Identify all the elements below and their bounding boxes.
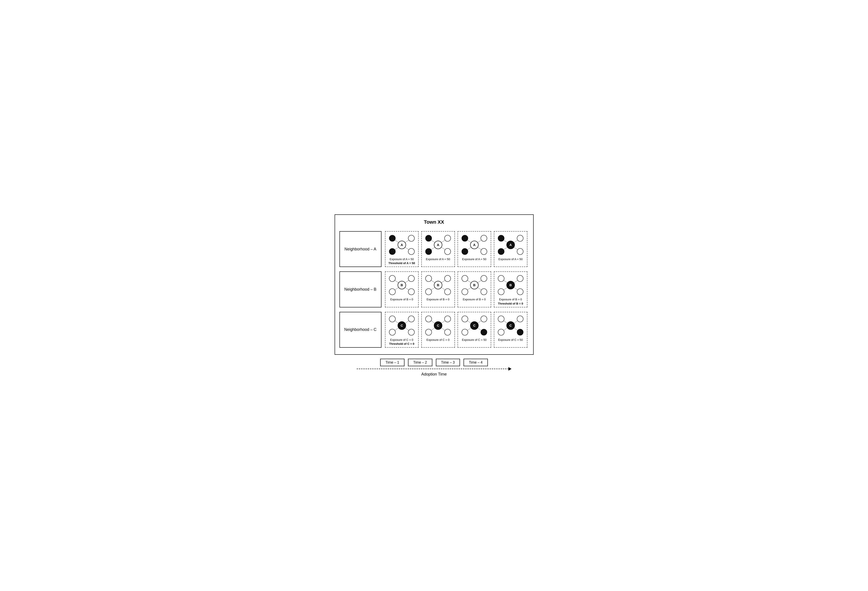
row-label-C: Neighborhood – C <box>340 312 381 348</box>
svg-text:C: C <box>400 324 403 327</box>
caption-C-3: Exposure of C = 50 <box>462 338 487 342</box>
svg-point-36 <box>517 235 523 241</box>
svg-point-54 <box>425 276 432 281</box>
svg-point-107 <box>481 329 487 335</box>
cell-C-1: CExposure of C = 0Threshold of C = 0 <box>385 312 419 348</box>
svg-text:C: C <box>509 324 512 327</box>
svg-point-76 <box>517 276 523 281</box>
caption-A-4: Exposure of A = 50 <box>499 257 523 261</box>
svg-point-85 <box>389 329 396 335</box>
svg-point-55 <box>425 289 432 295</box>
svg-text:A: A <box>400 243 403 247</box>
svg-point-86 <box>408 316 415 322</box>
svg-text:B: B <box>400 283 403 287</box>
network-C-3: C <box>460 314 489 337</box>
network-B-1: B <box>387 274 416 296</box>
time-box-2: Time – 2 <box>408 359 433 366</box>
svg-point-97 <box>444 329 451 335</box>
cell-B-4: BExposure of B = 0Threshold of B = 0 <box>494 271 527 307</box>
time-box-3: Time – 3 <box>436 359 460 366</box>
network-A-1: A <box>387 234 416 256</box>
svg-text:B: B <box>509 283 512 287</box>
row-label-B: Neighborhood – B <box>340 271 381 307</box>
caption-B-2: Exposure of B = 0 <box>427 298 450 301</box>
network-B-2: B <box>424 274 452 296</box>
svg-text:C: C <box>473 324 475 327</box>
caption-B-4: Exposure of B = 0Threshold of B = 0 <box>498 298 523 305</box>
svg-text:A: A <box>473 243 475 247</box>
svg-point-26 <box>481 235 487 241</box>
svg-point-94 <box>425 316 432 322</box>
svg-text:B: B <box>437 283 439 287</box>
network-C-2: C <box>424 314 452 337</box>
svg-point-96 <box>444 316 451 322</box>
time-axis: Time – 1Time – 2Time – 3Time – 4 Adoptio… <box>335 359 534 377</box>
caption-A-2: Exposure of A = 50 <box>426 257 450 261</box>
svg-point-57 <box>444 289 451 295</box>
network-B-3: B <box>460 274 489 296</box>
main-content: Town XX Neighborhood – AAExposure of A =… <box>335 214 534 355</box>
svg-text:A: A <box>509 243 512 247</box>
svg-point-56 <box>444 276 451 281</box>
network-A-3: A <box>460 234 489 256</box>
svg-point-44 <box>389 276 396 281</box>
dashed-line <box>357 368 509 369</box>
svg-point-24 <box>462 235 468 241</box>
svg-point-35 <box>498 248 504 255</box>
svg-point-17 <box>444 248 451 255</box>
svg-point-46 <box>408 276 415 281</box>
svg-point-34 <box>498 235 504 241</box>
arrow-head <box>508 367 512 371</box>
svg-point-115 <box>498 329 504 335</box>
cell-B-1: BExposure of B = 0 <box>385 271 419 307</box>
svg-point-95 <box>425 329 432 335</box>
svg-point-64 <box>462 276 468 281</box>
svg-point-6 <box>408 235 415 241</box>
svg-point-105 <box>462 329 468 335</box>
svg-point-77 <box>517 289 523 295</box>
row-label-A: Neighborhood – A <box>340 231 381 267</box>
cell-A-3: AExposure of A = 50 <box>458 231 491 267</box>
svg-point-25 <box>462 248 468 255</box>
svg-point-37 <box>517 248 523 255</box>
cell-C-4: CExposure of C = 50 <box>494 312 527 348</box>
svg-point-114 <box>498 316 504 322</box>
svg-text:B: B <box>473 283 475 287</box>
svg-point-14 <box>425 235 432 241</box>
cell-B-3: BExposure of B = 0 <box>458 271 491 307</box>
svg-point-4 <box>389 235 396 241</box>
caption-C-2: Exposure of C = 0 <box>427 338 449 342</box>
network-A-2: A <box>424 234 452 256</box>
svg-point-45 <box>389 289 396 295</box>
svg-point-75 <box>498 289 504 295</box>
cell-C-3: CExposure of C = 50 <box>458 312 491 348</box>
svg-point-66 <box>481 276 487 281</box>
cell-A-2: AExposure of A = 50 <box>421 231 455 267</box>
main-title: Town XX <box>340 219 529 225</box>
caption-B-1: Exposure of B = 0 <box>390 298 413 301</box>
caption-B-3: Exposure of B = 0 <box>463 298 486 301</box>
cell-A-1: AExposure of A = 50Threshold of A = 50 <box>385 231 419 267</box>
caption-C-1: Exposure of C = 0Threshold of C = 0 <box>389 338 415 346</box>
network-A-4: A <box>496 234 525 256</box>
network-C-4: C <box>496 314 525 337</box>
svg-point-15 <box>425 248 432 255</box>
svg-point-116 <box>517 316 523 322</box>
svg-point-84 <box>389 316 396 322</box>
outer-wrapper: Town XX Neighborhood – AAExposure of A =… <box>335 214 534 377</box>
svg-point-87 <box>408 329 415 335</box>
svg-point-117 <box>517 329 523 335</box>
time-box-1: Time – 1 <box>380 359 404 366</box>
cell-A-4: AExposure of A = 50 <box>494 231 527 267</box>
svg-point-47 <box>408 289 415 295</box>
svg-point-7 <box>408 248 415 255</box>
svg-text:A: A <box>437 243 439 247</box>
svg-point-5 <box>389 248 396 255</box>
svg-point-65 <box>462 289 468 295</box>
caption-A-1: Exposure of A = 50Threshold of A = 50 <box>388 257 415 265</box>
svg-point-16 <box>444 235 451 241</box>
cell-C-2: CExposure of C = 0 <box>421 312 455 348</box>
time-box-4: Time – 4 <box>464 359 488 366</box>
svg-point-67 <box>481 289 487 295</box>
time-boxes: Time – 1Time – 2Time – 3Time – 4 <box>335 359 534 366</box>
